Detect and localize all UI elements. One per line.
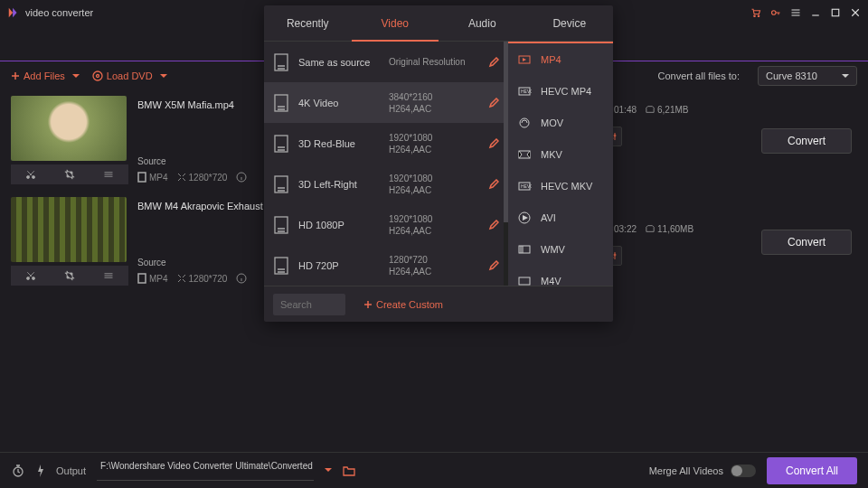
preset-row[interactable]: HD 1080P 1920*1080H264,AAC [264,204,508,245]
preset-row[interactable]: 4K Video 3840*2160H264,AAC [264,82,508,123]
edit-icon[interactable] [488,57,499,68]
format-label: MOV [541,117,563,128]
folder-icon[interactable] [343,465,355,476]
minimize-icon[interactable] [810,7,821,18]
duration: 01:48 [614,105,637,115]
format-list: MP4HEVCHEVC MP4MOVMKVHEVCHEVC MKVAVIWMVM… [508,42,613,286]
chevron-down-icon [160,74,167,81]
file-icon [273,52,289,72]
svg-point-16 [26,277,29,280]
output-path[interactable]: F:\Wondershare Video Converter Ultimate\… [97,461,314,481]
merge-toggle[interactable] [731,465,756,477]
crop-icon[interactable] [64,169,75,180]
svg-point-3 [758,15,760,17]
preset-name: HD 1080P [298,220,380,230]
info-icon[interactable] [236,172,247,183]
popup-tab-recently[interactable]: Recently [264,5,352,41]
file-icon [273,256,289,276]
cart-icon[interactable] [750,7,761,18]
preset-name: Same as source [298,57,380,68]
svg-rect-27 [275,136,288,152]
create-custom-button[interactable]: Create Custom [363,299,443,310]
close-icon[interactable] [850,7,861,18]
svg-point-8 [26,176,29,179]
format-icon [517,211,532,225]
edit-icon[interactable] [488,179,499,190]
format-icon: HEVC [517,84,532,99]
effects-icon[interactable] [103,169,114,180]
thumbnail[interactable] [11,96,127,161]
maximize-icon[interactable] [830,7,841,18]
popup-tab-audio[interactable]: Audio [439,5,526,41]
svg-rect-10 [138,173,146,182]
edit-icon[interactable] [488,220,499,230]
thumbnail[interactable] [11,197,127,262]
format-row[interactable]: AVI [508,202,613,233]
edit-icon[interactable] [488,98,499,108]
convert-all-select[interactable]: Curve 8310 [758,66,857,86]
load-dvd-button[interactable]: Load DVD [92,70,167,81]
preset-search-input[interactable] [273,294,345,315]
preset-row[interactable]: Same as source Original Resolution [264,42,508,82]
svg-text:HEVC: HEVC [521,183,532,189]
popup-tab-device[interactable]: Device [526,5,614,41]
preset-resolution: 1920*1080H264,AAC [389,132,432,155]
gpu-icon[interactable] [36,464,45,478]
load-dvd-label: Load DVD [107,70,153,81]
svg-text:HEVC: HEVC [521,89,532,94]
format-label: MKV [541,149,562,160]
format-label: HEVC MKV [541,181,592,192]
cut-icon[interactable] [25,270,36,281]
format-row[interactable]: WMV [508,233,613,265]
filesize: 11,60MB [657,224,693,234]
format-label: AVI [541,212,556,223]
source-label: Source [137,156,166,166]
preset-row[interactable]: 3D Left-Right 1920*1080H264,AAC [264,164,508,204]
key-icon[interactable] [770,7,781,18]
convert-button[interactable]: Convert [761,230,852,255]
filesize: 6,21MB [657,105,688,115]
svg-rect-18 [138,274,146,283]
format-row[interactable]: HEVCHEVC MKV [508,170,613,202]
format-row[interactable]: MKV [508,138,613,170]
menu-icon[interactable] [790,7,801,18]
edit-icon[interactable] [488,260,499,271]
preset-row[interactable]: HD 720P 1280*720H264,AAC [264,245,508,286]
convert-button[interactable]: Convert [761,128,852,154]
effects-icon[interactable] [103,270,114,281]
svg-point-6 [93,71,102,80]
src-format: MP4 [137,172,168,183]
output-label: Output [56,465,86,476]
svg-marker-40 [523,215,528,221]
format-row[interactable]: HEVCHEVC MP4 [508,75,613,107]
svg-rect-25 [275,54,288,70]
crop-icon[interactable] [64,270,75,281]
chevron-down-icon [72,74,80,81]
convert-all-label: Convert all files to: [658,70,740,81]
format-row[interactable]: MP4 [508,43,613,75]
svg-marker-32 [523,58,526,61]
src-resolution: 1280*720 [177,173,228,183]
chevron-down-icon[interactable] [325,468,332,475]
source-label: Source [137,258,166,267]
scrollbar-thumb[interactable] [504,42,508,222]
svg-point-4 [772,11,777,15]
svg-rect-30 [275,258,288,274]
svg-rect-28 [275,176,288,192]
edit-icon[interactable] [488,138,499,149]
preset-row[interactable]: 3D Red-Blue 1920*1080H264,AAC [264,123,508,164]
clock-icon[interactable] [11,464,25,478]
format-row[interactable]: M4V [508,265,613,286]
svg-point-15 [614,135,616,136]
popup-tab-video[interactable]: Video [352,5,439,41]
cut-icon[interactable] [25,169,36,180]
convert-all-button[interactable]: Convert All [767,457,857,484]
format-icon [517,274,532,286]
svg-rect-26 [275,95,288,111]
format-row[interactable]: MOV [508,107,613,138]
merge-label: Merge All Videos [649,465,723,476]
add-files-button[interactable]: Add Files [11,70,80,81]
preset-resolution: Original Resolution [389,56,466,68]
svg-point-17 [32,277,34,280]
info-icon[interactable] [236,273,247,284]
